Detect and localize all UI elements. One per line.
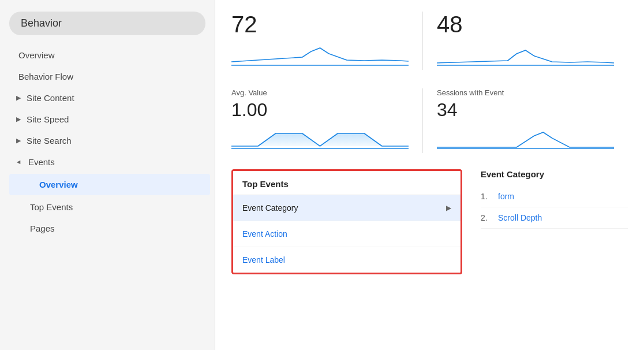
metric-card-1: 72 — [231, 12, 423, 70]
sidebar-item-events-label: Events — [28, 157, 55, 167]
mini-chart-2 — [437, 40, 614, 68]
top-events-item-label[interactable]: Event Label — [233, 247, 460, 273]
sidebar-item-pages[interactable]: Pages — [0, 218, 215, 239]
sidebar-item-behavior-flow[interactable]: Behavior Flow — [0, 66, 215, 87]
metric-label-sessions: Sessions with Event — [437, 88, 614, 97]
sidebar-item-events-overview-label: Overview — [39, 180, 78, 189]
top-events-item-category[interactable]: Event Category ▶ — [233, 195, 460, 221]
svg-marker-2 — [231, 133, 409, 146]
top-events-action-label: Event Action — [242, 229, 287, 239]
sidebar-item-site-search[interactable]: ▶ Site Search — [0, 130, 215, 151]
top-events-label-label: Event Label — [242, 255, 285, 265]
mini-chart-1 — [231, 40, 409, 68]
metric-card-2: 48 — [437, 12, 628, 70]
mini-chart-3 — [231, 123, 409, 151]
event-category-title: Event Category — [481, 169, 628, 179]
sidebar-item-overview-label: Overview — [18, 50, 55, 60]
sidebar-item-events-overview[interactable]: Overview — [9, 174, 210, 195]
sidebar: Behavior Overview Behavior Flow ▶ Site C… — [0, 0, 215, 350]
event-category-item-2: 2. Scroll Depth — [481, 207, 628, 229]
event-item-2-num: 2. — [481, 213, 492, 222]
metric-value-avg: 1.00 — [231, 99, 409, 121]
metric-label-avg-value: Avg. Value — [231, 88, 409, 97]
mini-chart-4 — [437, 123, 614, 151]
sidebar-item-events[interactable]: ▼ Events — [0, 151, 215, 173]
bottom-row: Top Events Event Category ▶ Event Action… — [231, 169, 628, 274]
top-events-title: Top Events — [233, 171, 460, 195]
sidebar-header: Behavior — [9, 12, 205, 35]
event-category-panel: Event Category 1. form 2. Scroll Depth — [481, 169, 628, 229]
chevron-right-icon: ▶ — [446, 204, 451, 212]
metrics-second-row: Avg. Value 1.00 Sessions with Event 34 — [231, 88, 628, 153]
sidebar-item-top-events-label: Top Events — [30, 202, 73, 212]
sidebar-item-pages-label: Pages — [30, 224, 55, 233]
metric-card-3: Avg. Value 1.00 — [231, 88, 423, 153]
event-item-1-num: 1. — [481, 192, 492, 201]
sidebar-item-behavior-flow-label: Behavior Flow — [18, 72, 73, 81]
metric-number-2: 48 — [437, 12, 614, 38]
expand-icon: ▶ — [16, 116, 21, 123]
sidebar-item-site-speed-label: Site Speed — [27, 114, 69, 124]
event-item-1-name[interactable]: form — [498, 192, 514, 201]
top-events-category-label: Event Category — [242, 203, 298, 213]
sidebar-item-top-events[interactable]: Top Events — [0, 196, 215, 218]
sidebar-item-site-search-label: Site Search — [27, 136, 72, 146]
metric-card-4: Sessions with Event 34 — [437, 88, 628, 153]
top-events-box: Top Events Event Category ▶ Event Action… — [231, 169, 462, 274]
top-events-item-action[interactable]: Event Action — [233, 221, 460, 247]
event-item-2-name[interactable]: Scroll Depth — [498, 213, 542, 222]
expand-open-icon: ▼ — [16, 159, 23, 165]
sidebar-item-site-content[interactable]: ▶ Site Content — [0, 87, 215, 109]
metrics-top-row: 72 48 — [231, 12, 628, 70]
expand-icon: ▶ — [16, 94, 21, 102]
event-category-item-1: 1. form — [481, 186, 628, 207]
sidebar-item-overview[interactable]: Overview — [0, 44, 215, 66]
main-content: 72 48 Avg. Value 1.00 — [215, 0, 644, 350]
metric-number-1: 72 — [231, 12, 409, 38]
expand-icon: ▶ — [16, 137, 21, 144]
sidebar-item-site-speed[interactable]: ▶ Site Speed — [0, 109, 215, 130]
metric-value-sessions: 34 — [437, 99, 614, 121]
sidebar-item-site-content-label: Site Content — [27, 93, 74, 103]
